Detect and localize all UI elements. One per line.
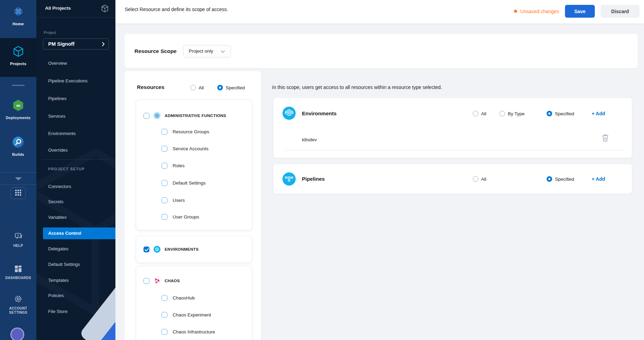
sidebar-item-connectors[interactable]: Connectors [48, 182, 71, 191]
checkbox-chaos[interactable] [143, 278, 149, 284]
content-area: Resource Scope Project only Resources Al… [115, 24, 644, 340]
sidebar-item-access-control[interactable]: Access Control [43, 227, 115, 239]
group-card-administrative-functions: ADMINISTRATIVE FUNCTIONS Resource Groups… [136, 100, 252, 230]
group-card-environments: ENVIRONMENTS [136, 236, 252, 263]
radio-icon [547, 176, 552, 182]
resource-scope-dropdown[interactable]: Project only [183, 45, 231, 57]
sidebar-item-delegates[interactable]: Delegates [48, 244, 69, 254]
unsaved-changes-label: Unsaved changes [520, 9, 559, 14]
save-button[interactable]: Save [565, 5, 595, 18]
page-header: Select Resource and define its scope of … [115, 0, 644, 24]
resource-card-title: Environments [302, 110, 337, 117]
environments-radio-specified[interactable]: Specified [547, 110, 574, 117]
builds-icon [12, 136, 25, 150]
checkbox-chaos-infrastructure[interactable] [162, 329, 167, 335]
rail-label-account-settings: ACCOUNT SETTINGS [6, 306, 31, 315]
pipelines-radio-all[interactable]: All [473, 176, 486, 182]
dashboards-grid-icon [15, 265, 22, 274]
radio-icon [217, 85, 223, 90]
project-selector[interactable]: PM Signoff [43, 38, 109, 50]
resource-card-title: Pipelines [302, 176, 325, 182]
resources-title: Resources [137, 84, 164, 90]
sidebar-item-file-store[interactable]: File Store [48, 307, 68, 316]
svg-text:?: ? [17, 234, 19, 238]
radio-icon [473, 176, 478, 182]
rail-label-deployments: Deployments [6, 116, 31, 120]
pipelines-resource-icon [282, 172, 296, 186]
sidebar-item-pipeline-executions[interactable]: Pipeline Executions [48, 76, 87, 86]
resource-scope-card: Resource Scope Project only [124, 34, 638, 68]
sidebar-item-pipelines[interactable]: Pipelines [48, 94, 67, 104]
rail-label-builds: Builds [12, 152, 24, 156]
projects-cube-icon [12, 45, 25, 59]
admin-functions-icon [154, 112, 160, 119]
checkbox-chaoshub[interactable] [162, 295, 167, 301]
rail-item-dashboards[interactable]: DASHBOARDS [0, 265, 36, 280]
main-area: Select Resource and define its scope of … [115, 0, 644, 340]
apps-grid-button[interactable] [10, 187, 26, 199]
checkbox-chaos-experiment[interactable] [162, 312, 167, 318]
harness-app: Home Projects ∞ Deployments Builds ? HEL… [0, 0, 644, 340]
environments-radio-by-type[interactable]: By Type [499, 110, 525, 117]
checkbox-administrative-functions[interactable] [143, 113, 149, 119]
sidebar-item-secrets[interactable]: Secrets [48, 197, 63, 207]
rail-label-dashboards: DASHBOARDS [5, 276, 31, 280]
deployments-hexagon-icon: ∞ [12, 99, 25, 113]
sidebar-item-default-settings[interactable]: Default Settings [48, 260, 80, 269]
group-card-chaos: CHAOS ChaosHub Chaos Experiment Chaos In… [136, 266, 252, 340]
rail-item-help[interactable]: ? HELP [0, 232, 36, 248]
rail-label-help: HELP [14, 244, 23, 248]
page-title: Select Resource and define its scope of … [125, 5, 228, 12]
resources-radio-specified[interactable]: Specified [217, 85, 245, 90]
scope-info-text: In this scope, users get access to all r… [272, 84, 442, 90]
sidebar-item-environments[interactable]: Environments [48, 129, 76, 138]
pipelines-radio-specified[interactable]: Specified [547, 176, 574, 182]
rail-label-projects: Projects [10, 62, 26, 66]
rail-collapse-section[interactable] [0, 172, 36, 185]
chevron-down-icon [221, 48, 225, 54]
cube-outline-icon[interactable] [101, 5, 108, 14]
rail-item-projects[interactable]: Projects [0, 38, 36, 77]
radio-icon [499, 111, 505, 116]
rail-item-account-settings[interactable]: ACCOUNT SETTINGS [0, 295, 36, 315]
avatar[interactable] [10, 328, 24, 340]
trash-icon[interactable] [601, 133, 609, 144]
project-sidebar: All Projects Project PM Signoff Overview… [36, 0, 115, 340]
environments-radio-all[interactable]: All [473, 110, 486, 117]
pipelines-add-button[interactable]: + Add [592, 176, 605, 182]
project-label: Project [44, 30, 56, 35]
checkbox-environments[interactable] [143, 247, 149, 252]
sidebar-item-overrides[interactable]: Overrides [48, 145, 68, 155]
resources-radio-all[interactable]: All [190, 85, 204, 90]
resource-row: User Groups [162, 212, 199, 222]
resource-scope-value: Project only [189, 48, 213, 54]
discard-button[interactable]: Discard [601, 5, 639, 18]
sidebar-item-services[interactable]: Services [48, 111, 66, 121]
group-header-row: ADMINISTRATIVE FUNCTIONS [143, 111, 226, 120]
radio-icon [190, 85, 196, 90]
checkbox-service-accounts[interactable] [162, 146, 167, 152]
sidebar-item-templates[interactable]: Templates [48, 276, 69, 285]
all-projects-link[interactable]: All Projects [45, 6, 71, 11]
group-header-row: ENVIRONMENTS [143, 244, 199, 254]
unsaved-dot-icon [514, 10, 517, 13]
radio-icon [547, 111, 552, 116]
chevron-down-icon [15, 177, 22, 180]
sidebar-item-overview[interactable]: Overview [48, 59, 67, 68]
rail-item-home[interactable]: Home [0, 5, 36, 26]
resource-row: Chaos Infrastructure [162, 327, 215, 337]
checkbox-default-settings[interactable] [162, 180, 167, 186]
sidebar-item-policies[interactable]: Policies [48, 291, 64, 301]
checkbox-user-groups[interactable] [162, 214, 167, 220]
sidebar-item-variables[interactable]: Variables [48, 213, 67, 222]
checkbox-users[interactable] [162, 197, 167, 203]
environments-add-button[interactable]: + Add [592, 110, 605, 117]
svg-text:∞: ∞ [16, 102, 20, 108]
rail-item-deployments[interactable]: ∞ Deployments [0, 99, 36, 120]
card-divider [285, 150, 624, 150]
checkbox-resource-groups[interactable] [162, 129, 167, 135]
rail-item-builds[interactable]: Builds [0, 136, 36, 156]
checkbox-roles[interactable] [162, 163, 167, 169]
rail-label-home: Home [12, 22, 24, 26]
chevron-right-icon [102, 42, 105, 46]
